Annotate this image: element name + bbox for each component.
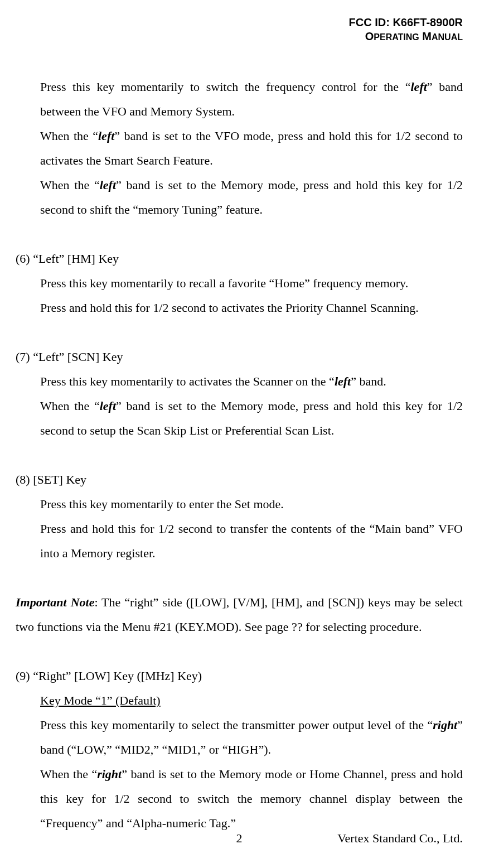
underline: Key Mode “1” (Default) xyxy=(40,693,161,707)
manual-o: O xyxy=(365,30,374,42)
manual-title: OPERATING MANUAL xyxy=(16,30,463,44)
text: When the “ xyxy=(40,178,100,192)
para: Press and hold this for 1/2 second to tr… xyxy=(16,517,463,566)
para: Press this key momentarily to switch the… xyxy=(16,75,463,124)
text: When the “ xyxy=(40,767,97,781)
important-note: Important Note: The “right” side ([LOW],… xyxy=(16,590,463,639)
fcc-id: FCC ID: K66FT-8900R xyxy=(16,16,463,30)
para: When the “left” band is set to the VFO m… xyxy=(16,124,463,173)
para: When the “right” band is set to the Memo… xyxy=(16,762,463,836)
manual-anual: ANUAL xyxy=(432,32,463,42)
para: When the “left” band is set to the Memor… xyxy=(16,394,463,443)
section-title: (9) “Right” [LOW] Key ([MHz] Key) xyxy=(16,664,463,688)
section-6: (6) “Left” [HM] Key Press this key momen… xyxy=(16,247,463,320)
body: Press this key momentarily to switch the… xyxy=(16,75,463,868)
emph-right: right xyxy=(433,718,457,732)
emph-left: left xyxy=(100,399,116,413)
para: Press this key momentarily to select the… xyxy=(16,713,463,762)
section-title: (6) “Left” [HM] Key xyxy=(16,247,463,271)
footer-company: Vertex Standard Co., Ltd. xyxy=(337,831,463,846)
text: Press this key momentarily to select the… xyxy=(40,718,433,732)
emph-left: left xyxy=(100,178,116,192)
manual-perating: PERATING xyxy=(374,32,419,42)
section-8: (8) [SET] Key Press this key momentarily… xyxy=(16,467,463,566)
text: When the “ xyxy=(40,399,100,413)
manual-m: M xyxy=(422,30,432,42)
section-title: (8) [SET] Key xyxy=(16,467,463,492)
emph-right: right xyxy=(97,767,122,781)
para: Press this key momentarily to activates … xyxy=(16,369,463,394)
para: Press and hold this for 1/2 second to ac… xyxy=(16,296,463,320)
underline: Key Mode “2” xyxy=(40,865,113,868)
emph-left: left xyxy=(98,129,114,143)
header: FCC ID: K66FT-8900R OPERATING MANUAL xyxy=(16,16,463,44)
emph-left: left xyxy=(335,374,351,388)
footer: 2 Vertex Standard Co., Ltd. xyxy=(0,831,494,846)
key-mode-1: Key Mode “1” (Default) xyxy=(16,688,463,713)
key-mode-2: Key Mode “2” xyxy=(16,860,463,868)
text: When the “ xyxy=(40,129,98,143)
text: ” band. xyxy=(351,374,386,388)
para: Important Note: The “right” side ([LOW],… xyxy=(16,590,463,639)
emph-left: left xyxy=(411,80,427,94)
para: Press this key momentarily to recall a f… xyxy=(16,271,463,296)
para: Press this key momentarily to enter the … xyxy=(16,492,463,517)
page: FCC ID: K66FT-8900R OPERATING MANUAL Pre… xyxy=(0,0,494,868)
note-label: Important Note xyxy=(16,595,94,609)
text: Press this key momentarily to activates … xyxy=(40,374,335,388)
section-title: (7) “Left” [SCN] Key xyxy=(16,345,463,369)
para: When the “left” band is set to the Memor… xyxy=(16,173,463,222)
section-7: (7) “Left” [SCN] Key Press this key mome… xyxy=(16,345,463,443)
section-continued: Press this key momentarily to switch the… xyxy=(16,75,463,222)
text: Press this key momentarily to switch the… xyxy=(40,80,411,94)
